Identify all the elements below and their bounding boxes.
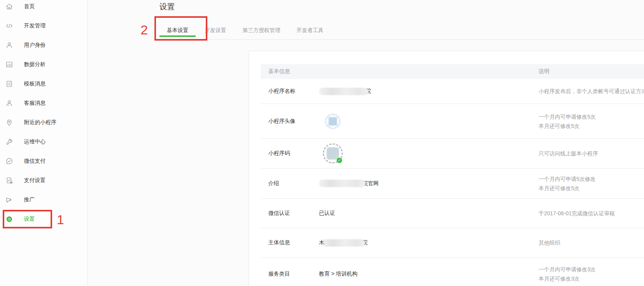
sidebar-item-label: 微信支付 [24,158,46,165]
page-title: 设置 [159,2,175,12]
masked-value-prefix: 木 [319,239,324,246]
sidebar-item-模板消息[interactable]: 模板消息 [0,74,87,94]
sidebar-nav: 首页开发管理用户身份数据分析模板消息客服消息附近的小程序运维中心微信支付支付设置… [0,0,87,229]
row-value: 木院 [319,239,539,247]
tab-开发设置[interactable]: 开发设置 [197,22,234,39]
description-line: 一个月内可申请修改3次 [539,265,644,274]
description-line: 本月还可修改3次 [539,274,644,283]
sidebar-item-数据分析[interactable]: 数据分析 [0,55,87,74]
table-row-服务类目: 服务类目教育 > 培训机构一个月内可申请修改3次本月还可修改3次详情 [261,257,644,286]
annotation-number-1: 1 [57,213,64,226]
row-value [319,113,539,130]
tab-bar: 基本设置开发设置第三方授权管理开发者工具 [159,22,644,40]
sidebar-item-label: 数据分析 [24,61,46,68]
qr-blur [327,147,339,160]
row-description: 小程序发布后，非个人类帐号可通过认证方式改名。 [539,87,644,96]
row-label: 服务类目 [261,271,319,277]
sidebar-item-label: 支付设置 [24,177,46,184]
table-row-主体信息: 主体信息木院其他组织详情 [261,228,644,257]
bar-chart-icon [5,60,14,69]
sidebar-item-label: 运维中心 [24,138,46,145]
description-line: 其他组织 [539,238,644,247]
megaphone-icon [5,196,14,204]
table-row-介绍: 介绍院官网一个月内可申请5次修改本月还可修改5次修改 [261,168,644,198]
row-description: 一个月内可申请修改3次本月还可修改3次 [539,265,644,283]
mini-program-code-image: ✓ [322,143,344,164]
row-label: 小程序名称 [261,88,319,95]
description-line: 一个月内可申请5次修改 [539,174,644,184]
table-row-小程序头像: 小程序头像一个月内可申请修改5次本月还可修改5次修改 [261,104,644,138]
sidebar-item-附近的小程序[interactable]: 附近的小程序 [0,113,87,132]
tab-第三方授权管理[interactable]: 第三方授权管理 [235,22,288,39]
sidebar-item-推广[interactable]: 推广 [0,190,87,209]
row-label: 介绍 [261,180,319,187]
row-value: 教育 > 培训机构 [319,271,539,277]
row-value: ✓ [319,143,539,164]
wrench-icon [5,138,14,146]
mini-program-avatar-image [324,113,341,130]
description-line: 只可访问线上版本小程序 [539,149,644,158]
description-line: 一个月内可申请修改5次 [539,112,644,121]
sidebar-item-label: 模板消息 [24,80,46,87]
sidebar-item-label: 设置 [24,216,35,223]
sidebar-item-label: 附近的小程序 [24,119,56,126]
table-header-row: 基本信息 说明 操作 [261,64,644,79]
masked-value-blur [319,180,365,187]
user-icon [5,41,14,49]
row-value: 院 [319,88,539,95]
sidebar-item-label: 首页 [24,3,35,10]
sidebar: 首页开发管理用户身份数据分析模板消息客服消息附近的小程序运维中心微信支付支付设置… [0,0,88,286]
customer-service-icon [5,99,14,107]
row-description: 只可访问线上版本小程序 [539,149,644,158]
description-line: 小程序发布后，非个人类帐号可通过认证方式改名。 [539,87,644,96]
verified-check-icon: ✓ [337,158,342,163]
row-label: 小程序头像 [261,118,319,125]
payment-settings-icon [5,176,14,185]
sidebar-item-微信支付[interactable]: 微信支付 [0,152,87,171]
sidebar-item-用户身份[interactable]: 用户身份 [0,36,87,55]
gear-icon [5,215,14,223]
wechat-pay-icon [5,157,14,165]
table-row-小程序码: 小程序码✓只可访问线上版本小程序下载更多尺寸 [261,138,644,168]
description-line: 本月还可修改5次 [539,184,644,193]
description-line: 于2017-08-01完成微信认证审核 [539,209,644,218]
tab-开发者工具[interactable]: 开发者工具 [289,22,331,39]
sidebar-item-label: 开发管理 [24,22,46,29]
home-icon [5,2,14,11]
sidebar-item-label: 推广 [24,196,35,203]
tab-基本设置[interactable]: 基本设置 [159,22,196,39]
basic-info-table: 基本信息 说明 操作 小程序名称院小程序发布后，非个人类帐号可通过认证方式改名。… [261,64,644,286]
row-label: 小程序码 [261,150,319,157]
sidebar-item-运维中心[interactable]: 运维中心 [0,132,87,152]
row-description: 于2017-08-01完成微信认证审核 [539,209,644,218]
annotation-number-2: 2 [141,23,148,36]
column-header-description: 说明 [539,68,644,75]
row-value: 院官网 [319,180,539,187]
row-description: 一个月内可申请修改5次本月还可修改5次 [539,112,644,131]
masked-value-blur [319,88,368,95]
sidebar-item-客服消息[interactable]: 客服消息 [0,94,87,113]
table-row-微信认证: 微信认证已认证于2017-08-01完成微信认证审核详情 [261,198,644,228]
column-header-basic-info: 基本信息 [261,68,319,75]
location-pin-icon [5,118,14,127]
row-label: 微信认证 [261,210,319,217]
settings-card: 基本信息 说明 操作 小程序名称院小程序发布后，非个人类帐号可通过认证方式改名。… [249,51,644,286]
row-label: 主体信息 [261,239,319,246]
masked-value-blur [322,239,365,247]
sidebar-item-label: 客服消息 [24,100,46,107]
table-body: 小程序名称院小程序发布后，非个人类帐号可通过认证方式改名。去认证改名小程序头像一… [261,79,644,286]
sidebar-item-支付设置[interactable]: 支付设置 [0,171,87,190]
row-value: 已认证 [319,210,539,217]
description-line: 本月还可修改5次 [539,121,644,131]
sidebar-item-开发管理[interactable]: 开发管理 [0,16,87,36]
row-description: 其他组织 [539,238,644,247]
sidebar-item-设置[interactable]: 设置 [0,209,87,229]
template-message-icon [5,80,14,88]
row-description: 一个月内可申请5次修改本月还可修改5次 [539,174,644,193]
code-icon [5,22,14,30]
main-content: 设置 基本设置开发设置第三方授权管理开发者工具 基本信息 说明 操作 小程序名称… [88,0,644,286]
table-row-小程序名称: 小程序名称院小程序发布后，非个人类帐号可通过认证方式改名。去认证改名 [261,79,644,104]
sidebar-item-首页[interactable]: 首页 [0,0,87,16]
sidebar-item-label: 用户身份 [24,42,46,49]
